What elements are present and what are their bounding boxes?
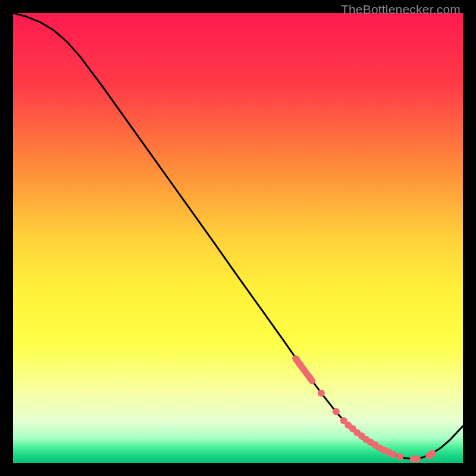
gradient-background <box>13 13 463 463</box>
chart-frame <box>13 13 463 463</box>
data-dot <box>318 390 325 397</box>
data-dot <box>390 451 397 458</box>
watermark-text: TheBottlenecker.com <box>341 2 461 17</box>
data-dot <box>396 453 403 460</box>
data-dot <box>296 361 303 368</box>
data-dot <box>306 374 314 381</box>
data-dot <box>333 408 340 415</box>
data-dot <box>414 455 421 462</box>
bottleneck-chart <box>13 13 463 463</box>
data-dot <box>429 450 436 457</box>
